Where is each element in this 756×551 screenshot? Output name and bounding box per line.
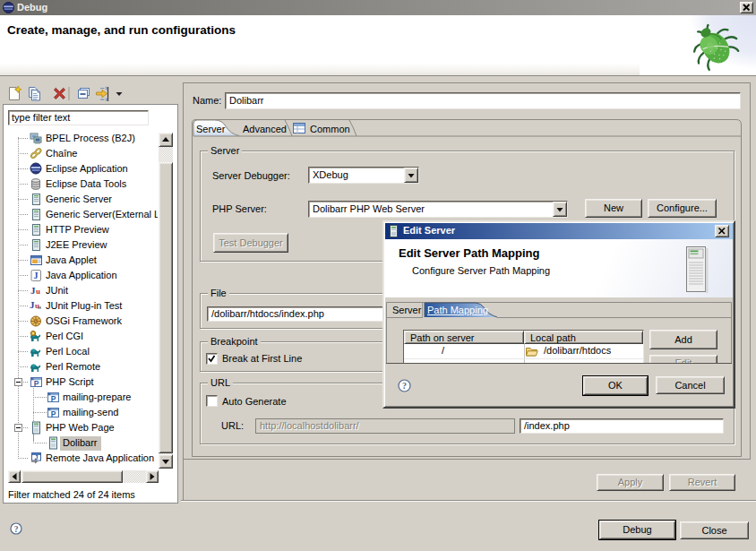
svg-text:P: P [51,409,56,418]
svg-text:J: J [34,271,39,280]
svg-text:P: P [51,394,56,403]
svg-text:?: ? [14,525,19,534]
svg-text:?: ? [402,381,407,391]
svg-text:u: u [36,287,40,296]
svg-text:P: P [34,379,39,388]
